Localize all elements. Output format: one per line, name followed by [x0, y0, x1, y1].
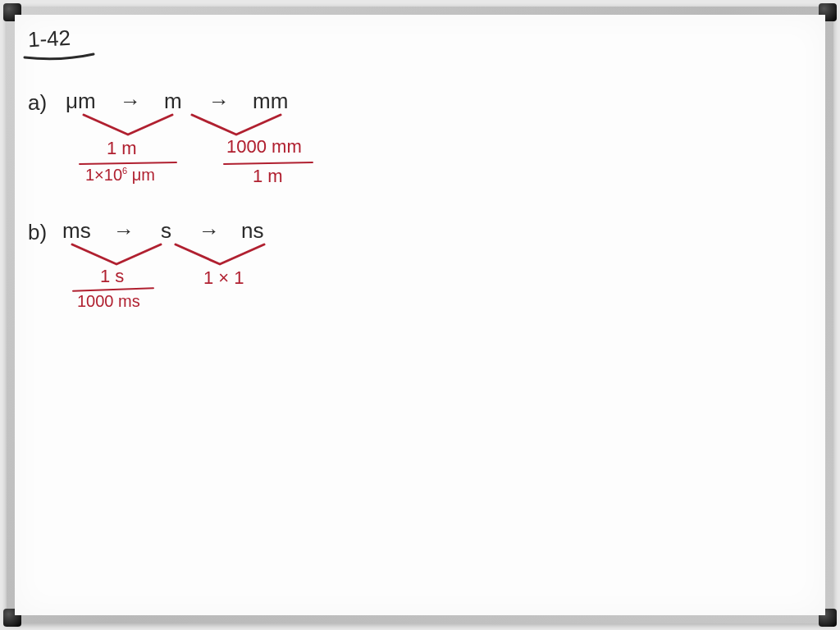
whiteboard-surface: 1-42 a) μm → m → mm 1 m 1×106 μm 1000 mm…: [15, 15, 825, 615]
arrow-icon: →: [199, 218, 220, 244]
part-b-factor1-numerator: 1 s: [100, 266, 124, 287]
part-b-unit-1: ms: [62, 218, 91, 244]
part-b-unit-2: s: [161, 218, 171, 244]
part-a-factor2-numerator: 1000 mm: [226, 136, 302, 158]
part-a-factor1-denominator: 1×106 μm: [85, 166, 155, 185]
fraction-bar: [223, 162, 313, 165]
part-a-factor1-numerator: 1 m: [107, 138, 137, 159]
part-a-label: a): [28, 90, 47, 116]
whiteboard-frame: 1-42 a) μm → m → mm 1 m 1×106 μm 1000 mm…: [7, 7, 833, 623]
arrow-icon: →: [208, 89, 230, 114]
part-a-unit-2: m: [164, 89, 182, 114]
part-a-unit-3: mm: [253, 89, 288, 114]
part-b-factor1-denominator: 1000 ms: [77, 292, 140, 311]
fraction-bar: [72, 287, 154, 291]
part-a-factor2-denominator: 1 m: [253, 166, 283, 187]
caret-icon: [171, 241, 269, 271]
arrow-icon: →: [113, 218, 135, 244]
title-underline: [23, 52, 97, 64]
part-b-factor2-partial: 1 × 1: [203, 267, 244, 289]
fraction-bar: [79, 162, 177, 165]
part-b-unit-3: ns: [241, 218, 263, 244]
part-a-unit-1: μm: [66, 89, 96, 114]
problem-number: 1-42: [27, 25, 71, 53]
part-b-label: b): [28, 220, 47, 245]
caret-icon: [79, 112, 177, 141]
arrow-icon: →: [120, 89, 141, 114]
